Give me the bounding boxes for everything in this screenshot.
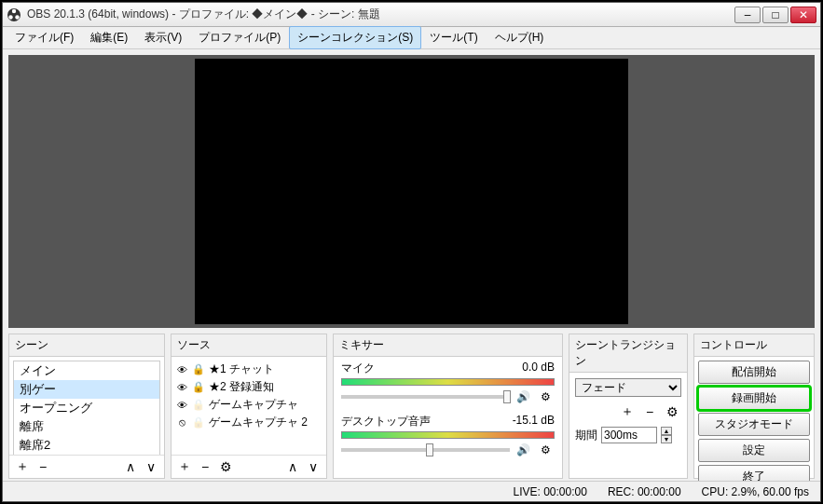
source-item[interactable]: 👁 🔒 ゲームキャプチャ xyxy=(175,396,322,414)
scenes-header: シーン xyxy=(9,334,164,357)
gear-icon[interactable]: ⚙ xyxy=(536,388,555,406)
duration-up-button[interactable]: ▲ xyxy=(661,427,672,435)
eye-off-icon[interactable]: ⦸ xyxy=(175,416,188,429)
menu-help[interactable]: ヘルプ(H) xyxy=(487,26,553,49)
transition-add-button[interactable]: ＋ xyxy=(618,402,637,421)
titlebar[interactable]: OBS 20.1.3 (64bit, windows) - プロファイル: ◆メ… xyxy=(3,3,820,27)
studio-mode-button[interactable]: スタジオモード xyxy=(698,413,810,436)
scene-down-button[interactable]: ∨ xyxy=(142,457,160,476)
sources-panel: ソース 👁 🔒 ★1 チャット 👁 🔒 ★2 登録通知 👁 xyxy=(171,334,327,479)
controls-header: コントロール xyxy=(694,334,814,357)
svg-point-1 xyxy=(12,8,16,12)
eye-icon[interactable]: 👁 xyxy=(175,382,188,393)
app-icon xyxy=(7,7,21,22)
minimize-button[interactable]: – xyxy=(734,7,761,23)
duration-input[interactable] xyxy=(601,427,657,443)
speaker-icon[interactable]: 🔊 xyxy=(514,441,532,459)
scene-item[interactable]: メイン xyxy=(14,361,159,380)
maximize-button[interactable]: □ xyxy=(762,7,789,23)
status-rec: REC: 00:00:00 xyxy=(608,485,681,498)
mixer-channel-mic: マイク 0.0 dB 🔊 ⚙ xyxy=(334,357,562,410)
duration-down-button[interactable]: ▼ xyxy=(661,435,672,443)
svg-point-2 xyxy=(8,15,12,19)
scene-up-button[interactable]: ∧ xyxy=(121,457,140,476)
menu-profile[interactable]: プロファイル(P) xyxy=(190,26,289,49)
source-item[interactable]: 👁 🔒 ★1 チャット xyxy=(175,361,322,378)
speaker-icon[interactable]: 🔊 xyxy=(514,388,532,406)
lock-icon[interactable]: 🔒 xyxy=(192,363,205,375)
mixer-channel-label: マイク xyxy=(341,361,375,376)
source-properties-button[interactable]: ⚙ xyxy=(216,457,235,476)
transitions-panel: シーントランジション フェード ＋ − ⚙ 期間 ▲ ▼ xyxy=(569,334,688,479)
transitions-header: シーントランジション xyxy=(569,334,687,373)
menu-scene-collection[interactable]: シーンコレクション(S) xyxy=(289,26,421,49)
preview-canvas[interactable] xyxy=(195,59,628,324)
preview-area[interactable] xyxy=(8,55,815,328)
transition-properties-button[interactable]: ⚙ xyxy=(663,402,681,421)
svg-point-3 xyxy=(15,15,19,19)
status-live: LIVE: 00:00:00 xyxy=(513,485,586,498)
eye-icon[interactable]: 👁 xyxy=(175,400,188,411)
source-item[interactable]: ⦸ 🔒 ゲームキャプチャ 2 xyxy=(175,414,322,431)
lock-icon[interactable]: 🔒 xyxy=(192,416,205,429)
lock-icon[interactable]: 🔒 xyxy=(192,399,205,411)
duration-label: 期間 xyxy=(575,428,597,443)
menu-file[interactable]: ファイル(F) xyxy=(7,26,82,49)
mixer-volume-slider[interactable] xyxy=(341,395,510,399)
statusbar: LIVE: 00:00:00 REC: 00:00:00 CPU: 2.9%, … xyxy=(3,481,820,501)
scene-add-button[interactable]: ＋ xyxy=(13,457,32,476)
source-label: ゲームキャプチャ 2 xyxy=(209,415,308,430)
source-item[interactable]: 👁 🔒 ★2 登録通知 xyxy=(175,378,322,396)
mixer-channel-label: デスクトップ音声 xyxy=(341,414,431,429)
scenes-panel: シーン メイン 別ゲー オープニング 離席 離席2 ＋ − ∧ ∨ xyxy=(8,334,165,479)
close-button[interactable]: ✕ xyxy=(790,7,816,23)
menubar: ファイル(F) 編集(E) 表示(V) プロファイル(P) シーンコレクション(… xyxy=(3,27,820,49)
sources-header: ソース xyxy=(171,334,326,357)
mixer-channel-desktop: デスクトップ音声 -15.1 dB 🔊 ⚙ xyxy=(334,410,562,463)
start-stream-button[interactable]: 配信開始 xyxy=(698,361,810,384)
source-add-button[interactable]: ＋ xyxy=(175,457,194,476)
scene-item[interactable]: 別ゲー xyxy=(14,380,159,399)
source-label: ★1 チャット xyxy=(209,361,274,377)
window-title: OBS 20.1.3 (64bit, windows) - プロファイル: ◆メ… xyxy=(27,7,734,22)
scene-item[interactable]: オープニング xyxy=(14,399,159,417)
scene-remove-button[interactable]: − xyxy=(34,457,52,476)
source-down-button[interactable]: ∨ xyxy=(304,457,322,476)
source-remove-button[interactable]: − xyxy=(196,457,214,476)
menu-edit[interactable]: 編集(E) xyxy=(82,26,136,49)
scene-item[interactable]: 離席 xyxy=(14,417,159,436)
lock-icon[interactable]: 🔒 xyxy=(192,381,205,393)
settings-button[interactable]: 設定 xyxy=(698,439,810,462)
scene-item[interactable]: 離席2 xyxy=(14,436,159,455)
mixer-panel: ミキサー マイク 0.0 dB 🔊 ⚙ デスクトップ xyxy=(333,334,563,479)
menu-view[interactable]: 表示(V) xyxy=(136,26,190,49)
start-record-button[interactable]: 録画開始 xyxy=(698,387,810,410)
mixer-header: ミキサー xyxy=(334,334,562,357)
gear-icon[interactable]: ⚙ xyxy=(536,441,555,459)
menu-tools[interactable]: ツール(T) xyxy=(421,26,486,49)
scene-list[interactable]: メイン 別ゲー オープニング 離席 離席2 xyxy=(13,361,160,455)
source-label: ★2 登録通知 xyxy=(209,379,274,395)
source-up-button[interactable]: ∧ xyxy=(283,457,302,476)
status-cpu: CPU: 2.9%, 60.00 fps xyxy=(702,485,809,498)
source-label: ゲームキャプチャ xyxy=(209,397,298,413)
mixer-meter xyxy=(341,431,555,439)
mixer-channel-db: 0.0 dB xyxy=(522,361,555,376)
mixer-channel-db: -15.1 dB xyxy=(513,414,555,429)
mixer-volume-slider[interactable] xyxy=(341,448,510,452)
transition-remove-button[interactable]: − xyxy=(640,402,659,421)
eye-icon[interactable]: 👁 xyxy=(175,364,188,375)
controls-panel: コントロール 配信開始 録画開始 スタジオモード 設定 終了 xyxy=(693,334,815,479)
mixer-meter xyxy=(341,378,555,386)
transition-select[interactable]: フェード xyxy=(575,378,681,397)
